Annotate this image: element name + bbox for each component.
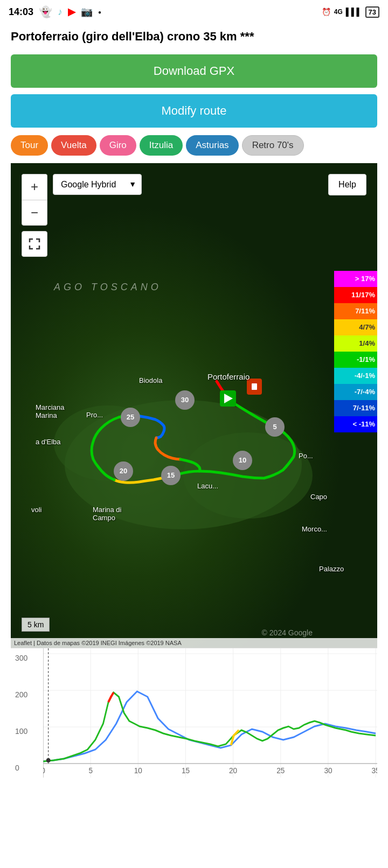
legend-neg7-neg4: -7/-4% [334,384,377,400]
svg-text:10: 10 [134,766,142,774]
legend-17plus: > 17% [334,271,377,287]
legend-neg11minus: < -11% [334,416,377,432]
place-portoferraio: Portoferraio [207,372,250,381]
tags-row: Tour Vuelta Giro Itzulia Asturias Retro … [11,135,377,156]
signal-icon: ▌▌▌ [346,8,362,16]
elevation-svg: 0 5 10 15 20 25 30 35 [43,648,377,778]
km-marker-30: 30 [175,390,195,410]
status-left: 14:03 👻 ♪ ▶ 📷 ● [9,5,101,18]
map-container[interactable]: AGO TOSCANO Portoferraio MarcianaMarina … [11,163,377,648]
tag-vuelta[interactable]: Vuelta [51,135,96,156]
place-capo: Capo [310,493,327,501]
dot-icon: ● [98,9,101,15]
km-marker-5: 5 [265,417,285,437]
tag-asturias[interactable]: Asturias [186,135,238,156]
route-overlay [11,163,377,648]
place-lacuona: Lacu... [197,482,218,490]
fullscreen-button[interactable] [22,231,47,257]
svg-text:35: 35 [372,766,377,774]
map-attribution: Leaflet | Datos de mapas ©2019 INEGI Imá… [11,638,377,648]
time-display: 14:03 [9,6,33,18]
instagram-icon: 📷 [81,6,93,18]
elev-y-100: 100 [15,727,27,736]
battery-display: 73 [365,6,379,18]
modify-route-button[interactable]: Modify route [11,94,377,128]
map-type-selector[interactable]: Google Hybrid OpenStreetMap Google Satel… [53,174,142,195]
legend-7-neg11: 7/-11% [334,400,377,416]
legend-neg4-neg1: -4/-1% [334,368,377,384]
svg-rect-6 [252,383,257,390]
download-gpx-button[interactable]: Download GPX [11,54,377,88]
place-palazzo: Palazzo [319,565,344,573]
svg-text:0: 0 [43,766,45,774]
place-aelba: a d'Elba [36,438,61,446]
page-content: Portoferraio (giro dell'Elba) crono 35 k… [0,24,388,799]
legend-1-4: 1/4% [334,335,377,352]
status-right: ⏰ 4G ▌▌▌ 73 [322,6,379,18]
tag-retro70s[interactable]: Retro 70's [242,135,304,156]
svg-text:25: 25 [276,766,285,774]
elev-y-300: 300 [15,654,27,662]
place-biodola: Biodola [139,376,162,384]
km-marker-15: 15 [161,466,181,485]
map-zoom-controls: + − [22,174,47,257]
map-scale: 5 km [22,618,50,632]
legend-neg1-1: -1/1% [334,352,377,368]
legend-11-17: 11/17% [334,287,377,303]
km-marker-20: 20 [114,461,133,481]
network-4g-icon: 4G [334,8,343,16]
place-marciana: MarcianaMarina [36,403,64,419]
page-title: Portoferraio (giro dell'Elba) crono 35 k… [11,29,377,45]
place-marinadcampo: Marina diCampo [93,506,121,522]
legend-4-7: 4/7% [334,319,377,335]
elev-y-200: 200 [15,690,27,699]
svg-text:15: 15 [182,766,190,774]
place-voli: voli [31,506,42,514]
map-type-select[interactable]: Google Hybrid OpenStreetMap Google Satel… [53,174,142,195]
tag-itzulia[interactable]: Itzulia [140,135,183,156]
status-bar: 14:03 👻 ♪ ▶ 📷 ● ⏰ 4G ▌▌▌ 73 [0,0,388,24]
place-po: Po... [299,452,313,460]
km-marker-10: 10 [233,451,252,470]
legend-7-11: 7/11% [334,303,377,319]
help-button[interactable]: Help [328,174,366,195]
svg-text:20: 20 [229,766,237,774]
svg-text:30: 30 [324,766,332,774]
zoom-out-button[interactable]: − [22,200,47,226]
tag-giro[interactable]: Giro [100,135,136,156]
alarm-icon: ⏰ [322,8,331,16]
zoom-in-button[interactable]: + [22,174,47,200]
elev-y-0: 0 [15,764,19,772]
place-morco: Morco... [302,525,327,533]
gradient-legend: > 17% 11/17% 7/11% 4/7% 1/4% -1/1% -4/-1… [334,271,377,432]
youtube-icon: ▶ [68,6,75,18]
svg-text:5: 5 [88,766,93,774]
place-pro: Pro... [86,411,103,419]
tiktok-icon: ♪ [58,6,63,18]
elevation-chart-container: 300 200 100 0 [11,648,377,799]
km-marker-25: 25 [121,408,140,427]
tag-tour[interactable]: Tour [11,135,48,156]
svg-point-29 [46,758,51,762]
snapchat-icon: 👻 [39,5,52,18]
